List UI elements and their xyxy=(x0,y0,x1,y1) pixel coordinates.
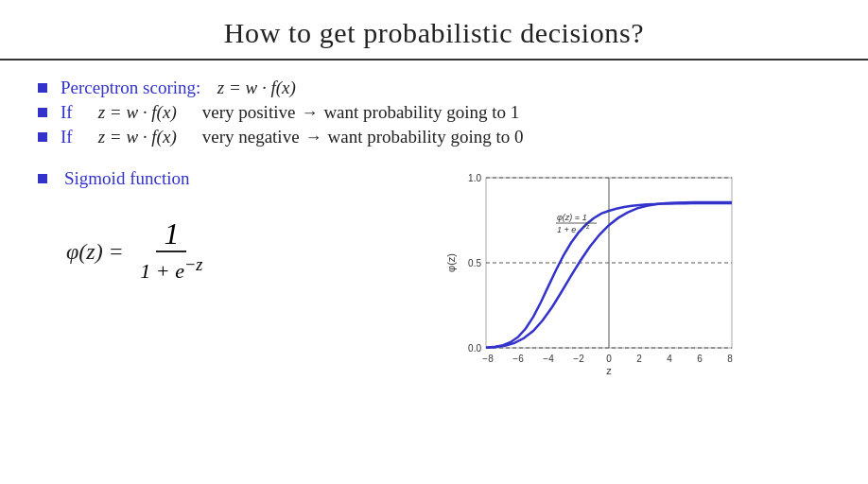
svg-text:−8: −8 xyxy=(482,354,494,364)
if1-label: If xyxy=(61,102,73,123)
if2-descriptor: very negative xyxy=(202,127,300,147)
svg-text:6: 6 xyxy=(697,354,703,364)
svg-text:−6: −6 xyxy=(512,354,524,364)
bullet-perceptron: Perceptron scoring: z = w · f(x) xyxy=(38,78,830,98)
denominator: 1 + e−z xyxy=(132,252,210,285)
svg-text:1.0: 1.0 xyxy=(468,173,481,183)
if1-consequence: want probability going to 1 xyxy=(323,102,519,123)
svg-text:−4: −4 xyxy=(543,354,554,364)
sigmoid-header: Sigmoid function xyxy=(38,168,340,189)
svg-text:z: z xyxy=(606,365,612,376)
svg-text:−z: −z xyxy=(582,223,590,230)
sigmoid-svg: 1.0 0.5 0.0 −8 −6 −4 −2 0 2 4 6 8 xyxy=(443,168,746,376)
bullet-square-3 xyxy=(38,132,47,142)
slide-title: How to get probabilistic decisions? xyxy=(19,17,849,49)
perceptron-formula: z = w · f(x) xyxy=(217,78,296,98)
if1-arrow: → xyxy=(301,103,318,123)
bullet-if1: If z = w · f(x) very positive → want pro… xyxy=(38,102,830,123)
bullet-if1-text: If z = w · f(x) very positive → want pro… xyxy=(61,102,519,123)
if2-consequence: want probability going to 0 xyxy=(328,127,524,147)
if2-formula: z = w · f(x) xyxy=(98,127,177,147)
slide-header: How to get probabilistic decisions? xyxy=(0,0,868,60)
bullet-square-sigmoid xyxy=(38,174,47,183)
svg-text:−2: −2 xyxy=(573,354,584,364)
sigmoid-section: Sigmoid function φ(z) = 1 1 + e−z xyxy=(38,168,340,285)
if1-descriptor: very positive xyxy=(202,102,296,123)
sigmoid-formula: φ(z) = 1 1 + e−z xyxy=(66,217,340,285)
fraction: 1 1 + e−z xyxy=(132,217,210,285)
formula-left: φ(z) = xyxy=(66,239,124,265)
svg-text:0.5: 0.5 xyxy=(468,258,481,268)
svg-text:8: 8 xyxy=(727,354,733,364)
bullet-if2: If z = w · f(x) very negative → want pro… xyxy=(38,127,830,147)
sigmoid-label: Sigmoid function xyxy=(64,168,189,189)
bullet-list: Perceptron scoring: z = w · f(x) If z = … xyxy=(38,78,830,151)
svg-text:0: 0 xyxy=(606,354,612,364)
if1-formula: z = w · f(x) xyxy=(98,102,177,123)
perceptron-label: Perceptron scoring: xyxy=(61,78,200,98)
slide-content: Perceptron scoring: z = w · f(x) If z = … xyxy=(0,60,868,484)
svg-text:4: 4 xyxy=(667,354,672,364)
if2-arrow: → xyxy=(305,128,322,147)
bullet-if2-text: If z = w · f(x) very negative → want pro… xyxy=(61,127,523,147)
svg-text:φ(z): φ(z) xyxy=(445,253,457,272)
numerator: 1 xyxy=(156,217,186,252)
lower-section: Sigmoid function φ(z) = 1 1 + e−z xyxy=(38,168,830,376)
bullet-square-2 xyxy=(38,108,47,117)
bullet-square-1 xyxy=(38,83,47,93)
svg-text:0.0: 0.0 xyxy=(468,343,481,354)
svg-text:1 + e: 1 + e xyxy=(557,225,576,234)
sigmoid-chart: 1.0 0.5 0.0 −8 −6 −4 −2 0 2 4 6 8 xyxy=(443,168,746,376)
if2-label: If xyxy=(61,127,73,147)
bullet-perceptron-text: Perceptron scoring: z = w · f(x) xyxy=(61,78,304,98)
svg-text:2: 2 xyxy=(636,354,642,364)
slide: How to get probabilistic decisions? Perc… xyxy=(0,0,868,484)
svg-text:φ(z) = 
              1: φ(z) = 1 xyxy=(557,213,587,222)
chart-section: 1.0 0.5 0.0 −8 −6 −4 −2 0 2 4 6 8 xyxy=(340,168,830,376)
